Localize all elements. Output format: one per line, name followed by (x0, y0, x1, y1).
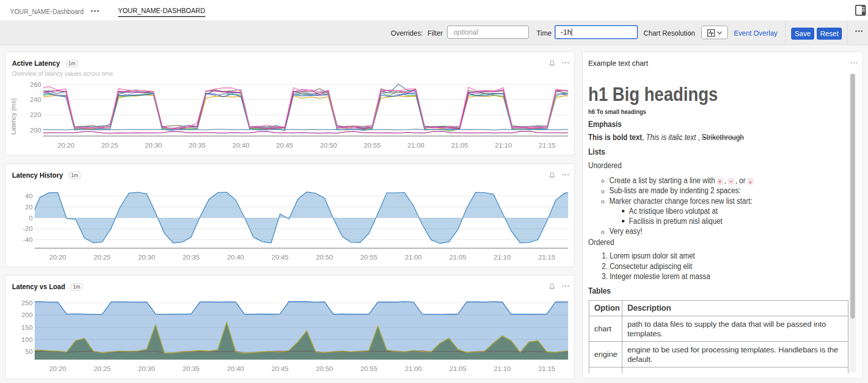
svg-text:20: 20 (25, 203, 33, 211)
svg-text:20:45: 20:45 (276, 142, 293, 149)
svg-text:20:25: 20:25 (101, 142, 119, 149)
svg-text:20:30: 20:30 (138, 253, 155, 261)
svg-text:21:15: 21:15 (538, 365, 556, 372)
svg-text:20:35: 20:35 (183, 365, 200, 372)
svg-text:20:50: 20:50 (316, 365, 333, 372)
svg-text:21:10: 21:10 (495, 142, 512, 149)
svg-text:20:35: 20:35 (183, 253, 200, 261)
svg-text:21:00: 21:00 (407, 142, 424, 149)
svg-text:250: 250 (21, 299, 33, 307)
svg-text:260: 260 (30, 81, 41, 88)
svg-text:20:45: 20:45 (272, 365, 289, 372)
svg-text:200: 200 (30, 126, 41, 134)
svg-text:20:55: 20:55 (361, 253, 378, 261)
svg-text:20:20: 20:20 (49, 365, 66, 372)
svg-text:21:10: 21:10 (494, 253, 511, 261)
svg-text:20:40: 20:40 (233, 142, 250, 149)
svg-text:20:35: 20:35 (189, 142, 206, 149)
svg-text:20:55: 20:55 (364, 142, 381, 149)
svg-text:50: 50 (25, 348, 33, 355)
svg-text:20:20: 20:20 (49, 253, 66, 261)
svg-text:21:15: 21:15 (538, 253, 556, 261)
svg-text:21:00: 21:00 (405, 253, 422, 261)
svg-text:20:25: 20:25 (94, 365, 111, 372)
svg-text:150: 150 (21, 324, 33, 331)
svg-text:-20: -20 (23, 225, 33, 232)
svg-text:20:40: 20:40 (227, 253, 244, 261)
svg-text:21:05: 21:05 (450, 253, 467, 261)
svg-text:20:30: 20:30 (145, 142, 162, 149)
svg-text:20:20: 20:20 (57, 142, 74, 149)
svg-text:20:45: 20:45 (272, 253, 289, 261)
svg-text:20:55: 20:55 (361, 365, 378, 372)
svg-text:20:30: 20:30 (138, 365, 155, 372)
svg-text:20:25: 20:25 (94, 253, 111, 261)
svg-text:20:50: 20:50 (320, 142, 337, 149)
svg-text:0: 0 (29, 214, 33, 222)
svg-text:-40: -40 (23, 236, 33, 243)
svg-text:20:50: 20:50 (316, 253, 333, 261)
svg-text:200: 200 (21, 311, 33, 319)
svg-text:220: 220 (30, 111, 41, 118)
svg-text:20:40: 20:40 (227, 365, 244, 372)
svg-text:240: 240 (30, 96, 41, 103)
svg-text:21:10: 21:10 (494, 365, 511, 372)
svg-text:21:05: 21:05 (450, 365, 467, 372)
svg-text:21:05: 21:05 (451, 142, 468, 149)
svg-text:21:00: 21:00 (405, 365, 422, 372)
svg-text:Latency (ms): Latency (ms) (10, 98, 17, 135)
svg-text:40: 40 (25, 192, 33, 200)
svg-text:21:15: 21:15 (538, 142, 556, 149)
svg-text:100: 100 (21, 336, 33, 343)
